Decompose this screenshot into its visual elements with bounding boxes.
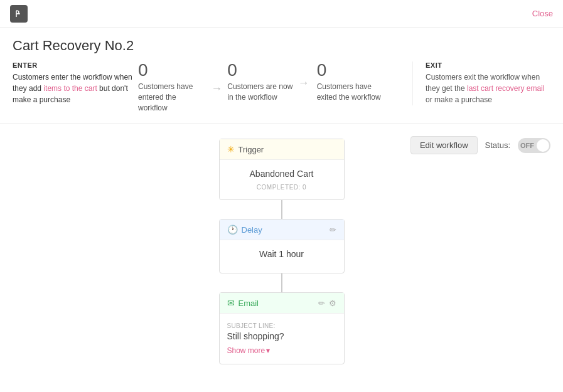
email-edit-icon[interactable]: ✏: [318, 299, 325, 308]
arrow-icon-2: →: [298, 77, 309, 90]
email-node-body: Subject line: Still shopping? Show more …: [220, 313, 344, 364]
exited-count: 0: [317, 61, 381, 79]
show-more-text: Show more: [227, 346, 265, 355]
toggle-text: OFF: [520, 142, 534, 149]
delay-main-text: Wait 1 hour: [227, 249, 336, 259]
stats-bar: ENTER Customers enter the workflow when …: [0, 61, 563, 124]
top-bar: Close: [0, 0, 563, 28]
clock-icon: 🕐: [227, 225, 238, 235]
entered-count: 0: [138, 61, 206, 79]
in-workflow-desc: Customers are nowin the workflow: [227, 82, 292, 103]
email-node-title: Email: [239, 299, 259, 308]
logo: [10, 5, 28, 23]
trigger-node: ✳ Trigger Abandoned Cart COMPLETED: 0: [219, 139, 345, 200]
email-node-actions: ✏ ⚙: [318, 299, 336, 308]
enter-description: Customers enter the workflow when they a…: [13, 72, 138, 105]
trigger-node-title: Trigger: [239, 145, 264, 154]
trigger-node-header: ✳ Trigger: [220, 139, 344, 159]
status-toggle[interactable]: OFF: [518, 138, 550, 153]
delay-node: 🕐 Delay ✏ Wait 1 hour: [219, 219, 345, 273]
subject-value: Still shopping?: [227, 331, 336, 341]
chevron-down-icon: ▾: [266, 346, 270, 355]
exited-desc: Customers haveexited the workflow: [317, 82, 381, 103]
trigger-icon: ✳: [227, 144, 235, 154]
workflow-controls: Edit workflow Status: OFF: [410, 136, 550, 154]
entered-stat: 0 Customers haveentered the workflow →: [138, 61, 227, 113]
edit-workflow-button[interactable]: Edit workflow: [410, 136, 478, 154]
subject-label: Subject line:: [227, 322, 336, 329]
connector-2: [281, 273, 282, 292]
in-workflow-count: 0: [227, 61, 292, 79]
workflow-area: Edit workflow Status: OFF ✳ Trigger Aban…: [0, 124, 563, 374]
delay-node-title: Delay: [242, 225, 262, 235]
connector-1: [281, 200, 282, 219]
trigger-node-body: Abandoned Cart COMPLETED: 0: [220, 159, 344, 199]
toggle-knob: [537, 139, 549, 152]
delay-node-header: 🕐 Delay ✏: [220, 220, 344, 240]
exited-stat: 0 Customers haveexited the workflow: [317, 61, 406, 103]
in-workflow-stat: 0 Customers are nowin the workflow →: [227, 61, 316, 103]
enter-link[interactable]: items to the cart: [43, 84, 97, 93]
show-more-link[interactable]: Show more ▾: [227, 346, 336, 355]
status-label: Status:: [485, 140, 510, 150]
page-title: Cart Recovery No.2: [0, 28, 563, 61]
email-icon: ✉: [227, 298, 235, 308]
delay-node-body: Wait 1 hour: [220, 240, 344, 273]
exit-label: EXIT: [426, 61, 550, 69]
trigger-main-text: Abandoned Cart: [227, 169, 336, 179]
arrow-icon-1: →: [211, 82, 222, 95]
delay-edit-icon[interactable]: ✏: [330, 225, 336, 235]
close-button[interactable]: Close: [532, 9, 553, 18]
email-node-header: ✉ Email ✏ ⚙: [220, 293, 344, 313]
workflow-canvas: ✳ Trigger Abandoned Cart COMPLETED: 0 🕐 …: [13, 134, 550, 364]
trigger-sub-text: COMPLETED: 0: [227, 184, 336, 191]
enter-label: ENTER: [13, 61, 138, 69]
exit-description: Customers exit the workflow when they ge…: [426, 72, 550, 105]
exit-link[interactable]: last cart recovery email: [467, 84, 544, 93]
delay-node-actions: ✏: [330, 225, 336, 235]
exit-stat: EXIT Customers exit the workflow when th…: [412, 61, 550, 105]
email-settings-icon[interactable]: ⚙: [329, 299, 336, 308]
email-node: ✉ Email ✏ ⚙ Subject line: Still shopping…: [219, 292, 345, 364]
enter-stat: ENTER Customers enter the workflow when …: [13, 61, 138, 105]
entered-desc: Customers haveentered the workflow: [138, 82, 206, 113]
